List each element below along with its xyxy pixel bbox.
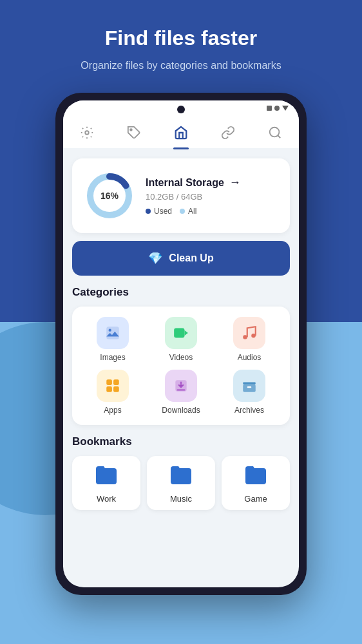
legend-used: Used xyxy=(146,207,172,216)
svg-point-0 xyxy=(85,131,89,135)
svg-point-1 xyxy=(130,129,132,131)
storage-arrow: → xyxy=(229,176,241,189)
wifi-icon xyxy=(282,106,289,111)
bookmarks-grid: Work Music Game xyxy=(72,456,290,510)
music-label: Music xyxy=(170,494,192,504)
bookmark-work[interactable]: Work xyxy=(72,456,140,510)
phone-screen: 16% Internal Storage → 10.2GB / 64GB Use… xyxy=(63,100,299,587)
legend-all: All xyxy=(180,207,196,216)
downloads-icon-bg xyxy=(165,370,197,402)
categories-title: Categories xyxy=(72,286,290,299)
svg-marker-8 xyxy=(184,330,187,336)
nav-search[interactable] xyxy=(257,122,293,143)
images-label: Images xyxy=(100,353,125,362)
header-area: Find files faster Organize files by cate… xyxy=(0,0,362,86)
signal-icon xyxy=(274,106,280,111)
archives-icon-bg xyxy=(233,370,265,402)
categories-grid: Images Videos xyxy=(82,317,280,415)
category-images[interactable]: Images xyxy=(82,317,143,362)
search-icon xyxy=(267,125,283,140)
svg-rect-14 xyxy=(113,386,119,392)
settings-icon xyxy=(79,125,95,140)
svg-rect-13 xyxy=(106,386,112,392)
svg-point-2 xyxy=(270,128,280,137)
page-subtitle: Organize files by categories and bookmar… xyxy=(26,58,336,73)
videos-icon-bg xyxy=(165,317,197,349)
nav-link[interactable] xyxy=(210,122,246,143)
svg-rect-18 xyxy=(247,386,252,388)
svg-point-9 xyxy=(243,336,247,340)
bookmark-music[interactable]: Music xyxy=(147,456,215,510)
status-icons xyxy=(267,106,289,111)
categories-card: Images Videos xyxy=(72,307,290,425)
svg-rect-11 xyxy=(106,380,112,386)
audios-label: Audios xyxy=(238,353,262,362)
game-label: Game xyxy=(244,494,267,504)
svg-rect-17 xyxy=(243,384,256,392)
page-title: Find files faster xyxy=(26,26,336,50)
music-folder-icon xyxy=(169,465,193,489)
videos-label: Videos xyxy=(169,353,193,362)
storage-legend: Used All xyxy=(146,207,278,216)
category-downloads[interactable]: Downloads xyxy=(151,370,211,415)
apps-icon-bg xyxy=(97,370,129,402)
svg-rect-16 xyxy=(243,383,256,384)
cleanup-button[interactable]: 💎 Clean Up xyxy=(72,241,290,276)
nav-settings[interactable] xyxy=(69,122,105,143)
game-folder-icon xyxy=(244,465,267,489)
work-folder-icon xyxy=(95,465,118,489)
link-icon xyxy=(220,125,236,140)
storage-percent: 16% xyxy=(100,191,119,201)
cleanup-label: Clean Up xyxy=(169,252,213,264)
battery-icon xyxy=(267,106,272,111)
storage-title: Internal Storage → xyxy=(146,176,278,189)
images-icon-bg xyxy=(97,317,129,349)
storage-card[interactable]: 16% Internal Storage → 10.2GB / 64GB Use… xyxy=(72,158,290,233)
category-videos[interactable]: Videos xyxy=(151,317,211,362)
cleanup-icon: 💎 xyxy=(148,251,162,265)
bookmark-game[interactable]: Game xyxy=(222,456,290,510)
legend-used-dot xyxy=(146,209,151,214)
tag-icon xyxy=(126,125,142,140)
svg-rect-7 xyxy=(174,328,184,338)
nav-bar xyxy=(63,116,299,149)
category-apps[interactable]: Apps xyxy=(82,370,143,415)
nav-tag[interactable] xyxy=(116,122,152,143)
svg-rect-5 xyxy=(106,327,119,340)
phone-frame: 16% Internal Storage → 10.2GB / 64GB Use… xyxy=(55,93,307,595)
archives-label: Archives xyxy=(234,406,264,415)
nav-home[interactable] xyxy=(163,122,199,143)
svg-point-10 xyxy=(251,334,256,338)
category-audios[interactable]: Audios xyxy=(219,317,280,362)
storage-donut: 16% xyxy=(84,170,135,222)
audios-icon-bg xyxy=(233,317,265,349)
storage-info: Internal Storage → 10.2GB / 64GB Used Al… xyxy=(146,176,278,216)
svg-rect-12 xyxy=(113,380,119,386)
status-bar xyxy=(63,100,299,116)
home-icon xyxy=(173,125,189,140)
work-label: Work xyxy=(97,494,116,504)
downloads-label: Downloads xyxy=(162,406,200,415)
svg-point-6 xyxy=(109,329,111,332)
apps-label: Apps xyxy=(104,406,121,415)
legend-all-dot xyxy=(180,209,185,214)
camera-dot xyxy=(177,106,185,113)
bookmarks-title: Bookmarks xyxy=(72,435,290,448)
screen-content: 16% Internal Storage → 10.2GB / 64GB Use… xyxy=(63,149,299,585)
category-archives[interactable]: Archives xyxy=(219,370,280,415)
storage-size: 10.2GB / 64GB xyxy=(146,192,278,202)
